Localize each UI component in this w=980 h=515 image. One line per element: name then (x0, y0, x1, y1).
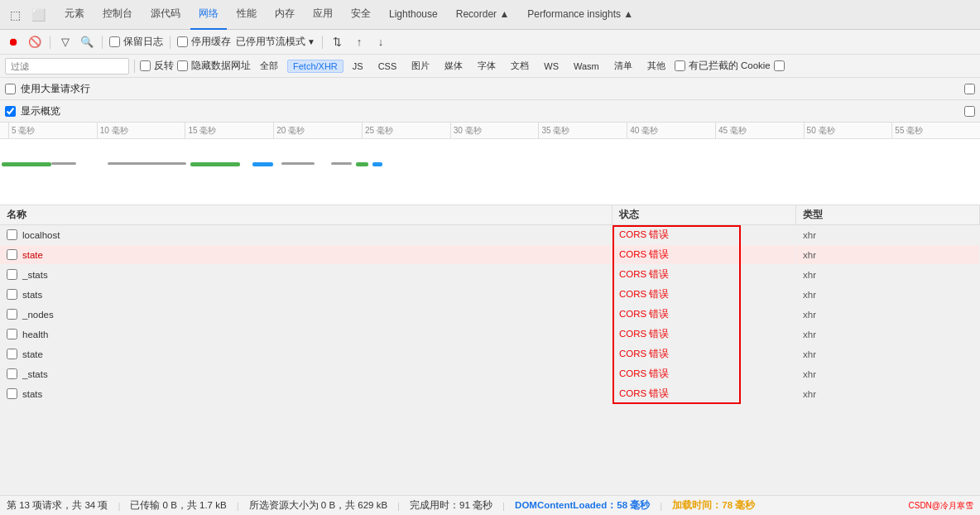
download-icon[interactable]: ↓ (372, 34, 389, 51)
ruler-tick: 15 毫秒 (185, 123, 273, 138)
tab-security[interactable]: 安全 (343, 0, 379, 30)
preserve-log-checkbox[interactable] (109, 36, 120, 47)
reverse-checkbox[interactable] (140, 60, 151, 71)
row-checkbox[interactable] (7, 249, 17, 260)
td-type: xhr (796, 384, 980, 403)
row-name-text: health (22, 330, 48, 339)
table-row[interactable]: healthCORS 错误xhr (0, 325, 980, 344)
clear-button[interactable]: 🚫 (26, 34, 43, 51)
th-status: 状态 (612, 205, 796, 224)
table-row[interactable]: _statsCORS 错误xhr (0, 265, 980, 285)
filter-button[interactable]: ▽ (57, 34, 74, 51)
row-checkbox[interactable] (7, 269, 17, 280)
device-icon[interactable]: ⬜ (28, 5, 48, 25)
timeline-bar (190, 162, 240, 166)
filter-clear-button[interactable]: 清单 (608, 58, 638, 74)
upload-icon[interactable]: ↑ (351, 34, 368, 51)
row-name-text: state (22, 250, 43, 260)
tab-sources[interactable]: 源代码 (142, 0, 189, 30)
table-row[interactable]: _nodesCORS 错误xhr (0, 305, 980, 325)
filter-ws-button[interactable]: WS (538, 60, 564, 73)
td-name: localhost (0, 225, 612, 244)
th-type: 类型 (796, 205, 980, 224)
reverse-label[interactable]: 反转 (140, 60, 174, 72)
td-status: CORS 错误 (612, 364, 796, 383)
blocked-cookies-checkbox[interactable] (675, 60, 685, 71)
blocked-cookies-label[interactable]: 有已拦截的 Cookie (675, 60, 771, 72)
filter-media-button[interactable]: 媒体 (439, 58, 468, 74)
row-name-text: localhost (22, 230, 60, 240)
tab-lighthouse[interactable]: Lighthouse (381, 0, 446, 30)
content-area: 名称 状态 类型 localhostCORS 错误xhrstateCORS 错误… (0, 205, 980, 515)
td-status: CORS 错误 (612, 225, 796, 244)
inspect-icon[interactable]: ⬚ (5, 5, 25, 25)
row-checkbox[interactable] (7, 368, 17, 379)
row-name-text: stats (22, 290, 42, 300)
filter-input[interactable] (5, 58, 129, 75)
options-extra-checkbox-2[interactable] (964, 106, 975, 117)
tab-performance-insights[interactable]: Performance insights ▲ (519, 0, 641, 30)
show-overview-label[interactable]: 显示概览 (5, 102, 60, 120)
row-checkbox[interactable] (7, 229, 17, 240)
record-button[interactable]: ⏺ (5, 34, 22, 51)
row-checkbox[interactable] (7, 329, 17, 339)
row-name-text: state (22, 349, 43, 359)
options-bar-1: 使用大量请求行 (0, 78, 980, 100)
table-row[interactable]: stateCORS 错误xhr (0, 245, 980, 265)
toolbar-separator-4 (322, 36, 323, 49)
td-type: xhr (796, 225, 980, 244)
row-checkbox[interactable] (7, 388, 17, 399)
td-status: CORS 错误 (612, 384, 796, 403)
preserve-log-label[interactable]: 保留日志 (109, 36, 163, 48)
td-name: stats (0, 285, 612, 304)
tab-application[interactable]: 应用 (305, 0, 341, 30)
td-name: health (0, 325, 612, 344)
filter-wasm-button[interactable]: Wasm (568, 60, 605, 73)
td-status: CORS 错误 (612, 325, 796, 344)
tab-network[interactable]: 网络 (190, 0, 227, 30)
tab-elements[interactable]: 元素 (56, 0, 93, 30)
wifi-icon[interactable]: ⇅ (329, 34, 346, 51)
filter-fetch-xhr-button[interactable]: Fetch/XHR (287, 60, 343, 73)
search-button[interactable]: 🔍 (79, 34, 95, 51)
tab-performance[interactable]: 性能 (228, 0, 265, 30)
disable-cache-label[interactable]: 停用缓存 (177, 36, 231, 48)
ruler-tick: 50 毫秒 (804, 123, 892, 138)
filter-css-button[interactable]: CSS (372, 60, 403, 73)
watermark: CSDN@冷月寒雪 (909, 500, 974, 512)
row-checkbox[interactable] (7, 309, 17, 320)
hide-data-urls-label[interactable]: 隐藏数据网址 (177, 60, 251, 72)
show-overview-checkbox[interactable] (5, 106, 16, 117)
filter-all-button[interactable]: 全部 (254, 58, 284, 74)
use-large-rows-label[interactable]: 使用大量请求行 (5, 79, 90, 98)
timeline-bar (252, 162, 273, 166)
filter-img-button[interactable]: 图片 (406, 58, 435, 74)
toolbar-separator-2 (102, 36, 103, 49)
table-row[interactable]: _statsCORS 错误xhr (0, 364, 980, 384)
filter-js-button[interactable]: JS (347, 60, 369, 73)
filter-doc-button[interactable]: 文档 (505, 58, 535, 74)
use-large-rows-checkbox[interactable] (5, 84, 16, 94)
tab-memory[interactable]: 内存 (267, 0, 303, 30)
row-name-text: _stats (22, 270, 48, 280)
td-status: CORS 错误 (612, 344, 796, 363)
row-checkbox[interactable] (7, 289, 17, 300)
tab-console[interactable]: 控制台 (94, 0, 141, 30)
filter-font-button[interactable]: 字体 (472, 58, 502, 74)
hide-data-urls-checkbox[interactable] (177, 60, 188, 71)
timeline-bar (281, 162, 315, 165)
row-checkbox[interactable] (7, 349, 17, 359)
throttle-dropdown[interactable]: 已停用节流模式 ▼ (236, 36, 315, 48)
td-name: state (0, 344, 612, 363)
table-row[interactable]: statsCORS 错误xhr (0, 285, 980, 305)
options-extra-checkbox-1[interactable] (964, 84, 975, 94)
table-row[interactable]: statsCORS 错误xhr (0, 384, 980, 404)
tab-recorder[interactable]: Recorder ▲ (448, 0, 518, 30)
filter-other-button[interactable]: 其他 (641, 58, 671, 74)
toolbar-separator-3 (170, 36, 171, 49)
disable-cache-checkbox[interactable] (177, 36, 188, 47)
network-toolbar: ⏺ 🚫 ▽ 🔍 保留日志 停用缓存 已停用节流模式 ▼ ⇅ ↑ ↓ (0, 30, 980, 55)
table-row[interactable]: localhostCORS 错误xhr (0, 225, 980, 245)
blocked-cookies-extra-checkbox[interactable] (774, 60, 785, 71)
table-row[interactable]: stateCORS 错误xhr (0, 344, 980, 364)
